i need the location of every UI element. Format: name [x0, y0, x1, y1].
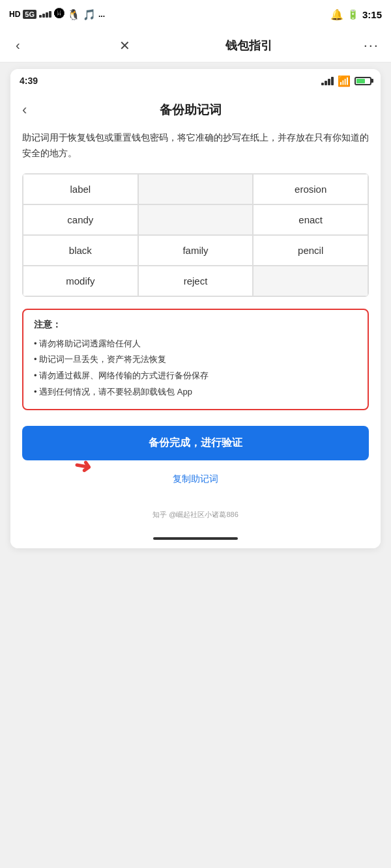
inner-status-bar: 4:39 📶 [10, 69, 381, 92]
warning-item-3: • 请勿通过截屏、网络传输的方式进行备份保存 [34, 368, 357, 384]
bottom-indicator [10, 529, 381, 548]
watermark-text: 知乎 @崛起社区小诸葛886 [152, 511, 239, 518]
outer-more-button[interactable]: ··· [364, 37, 379, 54]
inner-signal-icon [321, 77, 334, 85]
button-area: 备份完成，进行验证 ➜ 复制助记词 [22, 426, 369, 485]
outer-status-right: 🔔 🔋 3:15 [330, 8, 382, 21]
mnemonic-word-9: pencil [253, 235, 368, 266]
mnemonic-word-12-empty [253, 266, 368, 296]
qq-icon: 🐧 [67, 8, 80, 21]
outer-status-bar: HD 5G 🅦 🐧 🎵 ... 🔔 🔋 3:15 [0, 0, 391, 29]
outer-nav-bar: ‹ ✕ 钱包指引 ··· [0, 29, 391, 63]
mnemonic-word-11: reject [138, 266, 253, 296]
mnemonic-grid: label erosion candy enact black family p… [22, 173, 369, 297]
inner-content: ‹ 备份助记词 助记词用于恢复钱包或重置钱包密码，将它准确的抄写在纸上，并存放在… [10, 92, 381, 505]
mnemonic-word-8: family [138, 235, 253, 266]
inner-back-button[interactable]: ‹ [22, 102, 27, 119]
mnemonic-word-3: erosion [253, 174, 368, 204]
extra-icons: ... [98, 10, 105, 19]
inner-time: 4:39 [20, 76, 38, 86]
inner-wifi-icon: 📶 [338, 75, 351, 87]
warning-item-2: • 助记词一旦丢失，资产将无法恢复 [34, 352, 357, 368]
home-indicator [153, 537, 238, 540]
battery-outer-icon: 🔋 [347, 9, 358, 20]
backup-complete-button[interactable]: 备份完成，进行验证 [22, 426, 369, 460]
warning-item-4: • 遇到任何情况，请不要轻易卸载钱包 App [34, 384, 357, 400]
outer-back-button[interactable]: ‹ [12, 34, 24, 57]
signal-5g: 5G [23, 10, 36, 19]
watermark: 知乎 @崛起社区小诸葛886 [10, 505, 381, 529]
mnemonic-word-2-empty [138, 174, 253, 204]
mnemonic-word-7: black [23, 235, 138, 266]
bell-icon: 🔔 [330, 8, 343, 21]
inner-status-right: 📶 [321, 75, 371, 87]
weibo-icon: 🅦 [54, 8, 65, 20]
warning-box: 注意： • 请勿将助记词透露给任何人 • 助记词一旦丢失，资产将无法恢复 • 请… [22, 309, 369, 411]
mnemonic-word-5-empty [138, 204, 253, 235]
outer-time: 3:15 [362, 9, 382, 20]
inner-battery-icon [355, 77, 371, 85]
outer-nav-title: 钱包指引 [225, 38, 272, 53]
qq-music-icon: 🎵 [83, 8, 96, 21]
network-label: HD [9, 10, 20, 19]
description-text: 助记词用于恢复钱包或重置钱包密码，将它准确的抄写在纸上，并存放在只有你知道的安全… [22, 130, 369, 161]
mnemonic-word-6: enact [253, 204, 368, 235]
inner-nav: ‹ 备份助记词 [22, 102, 369, 119]
mnemonic-word-4: candy [23, 204, 138, 235]
mnemonic-word-10: modify [23, 266, 138, 296]
outer-status-left: HD 5G 🅦 🐧 🎵 ... [9, 8, 105, 21]
warning-title: 注意： [34, 319, 357, 331]
mnemonic-word-1: label [23, 174, 138, 204]
signal-icon [39, 11, 51, 18]
inner-nav-title: 备份助记词 [33, 102, 348, 119]
outer-close-button[interactable]: ✕ [115, 34, 134, 57]
inner-screen: 4:39 📶 ‹ 备份助记词 助记词用于恢复钱包或重置钱包密码，将它准确的抄写在… [10, 69, 381, 548]
warning-item-1: • 请勿将助记词透露给任何人 [34, 336, 357, 352]
